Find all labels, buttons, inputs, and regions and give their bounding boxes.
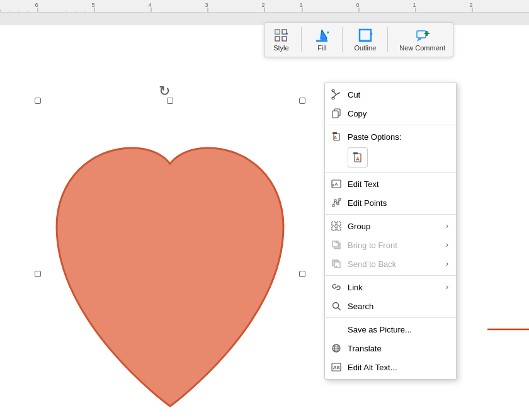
separator-2	[325, 172, 456, 173]
paste-options-label: Paste Options:	[348, 132, 448, 142]
handle-mid-right[interactable]	[299, 271, 305, 277]
bring-to-front-arrow: ›	[446, 241, 448, 249]
paste-icon-button[interactable]: A	[348, 147, 368, 167]
svg-text:A: A	[334, 181, 338, 187]
style-label: Style	[273, 44, 288, 52]
send-to-back-arrow: ›	[446, 259, 448, 268]
svg-rect-45	[333, 132, 337, 134]
toolbar-divider-2	[342, 27, 343, 52]
edit-points-label: Edit Points	[348, 198, 448, 208]
svg-text:2: 2	[261, 2, 264, 8]
menu-item-paste-options-header: A Paste Options:	[325, 127, 456, 146]
copy-icon	[330, 107, 343, 120]
save-as-picture-icon	[330, 323, 343, 336]
svg-text:3: 3	[205, 2, 208, 8]
link-label: Link	[348, 283, 441, 292]
svg-text:▾: ▾	[286, 31, 288, 36]
menu-item-save-as-picture[interactable]: Save as Picture...	[325, 320, 456, 339]
menu-item-link[interactable]: Link ›	[325, 278, 456, 297]
svg-text:▾: ▾	[370, 31, 373, 36]
heart-shape-container[interactable]: ↻	[38, 101, 302, 420]
search-label: Search	[348, 302, 448, 311]
copy-label: Copy	[348, 109, 448, 118]
edit-text-label: Edit Text	[348, 179, 448, 189]
svg-rect-53	[333, 205, 334, 207]
edit-text-icon: A	[330, 178, 343, 190]
svg-rect-37	[417, 31, 426, 38]
svg-text:▾: ▾	[327, 30, 329, 35]
svg-text:2: 2	[469, 2, 472, 8]
toolbar-style-button[interactable]: ▾ Style	[270, 26, 292, 53]
fill-label: Fill	[317, 44, 326, 52]
edit-points-icon	[330, 196, 343, 209]
group-icon	[330, 220, 343, 232]
menu-item-group[interactable]: Group ›	[325, 217, 456, 236]
translate-label: Translate	[348, 344, 448, 353]
svg-text:5: 5	[91, 2, 94, 8]
ruler: 6 5 4 3 2 1 0 1 2	[0, 0, 529, 13]
menu-item-cut[interactable]: Cut	[325, 85, 456, 104]
separator-4	[325, 275, 456, 276]
paste-options-section: A	[325, 146, 456, 170]
svg-text:6: 6	[35, 2, 38, 8]
toolbar-divider-1	[301, 27, 302, 52]
separator-1	[325, 125, 456, 125]
svg-text:4: 4	[148, 2, 151, 8]
menu-item-edit-alt-text[interactable]: Alt Edit Alt Text...	[325, 358, 456, 377]
svg-rect-59	[332, 227, 336, 230]
style-icon: ▾	[273, 28, 288, 43]
bring-to-front-icon	[330, 239, 343, 251]
rotate-handle[interactable]: ↻	[159, 83, 171, 96]
heart-svg	[38, 101, 302, 420]
svg-rect-57	[332, 222, 336, 225]
link-arrow: ›	[446, 283, 448, 292]
svg-rect-34	[360, 30, 371, 41]
translate-icon	[330, 342, 343, 355]
menu-item-edit-points[interactable]: Edit Points	[325, 193, 456, 212]
toolbar-fill-button[interactable]: ▾ Fill	[310, 26, 333, 53]
svg-text:1: 1	[299, 2, 302, 8]
separator-5	[325, 317, 456, 318]
context-menu: Cut Copy A Paste Options: A	[324, 82, 457, 380]
send-to-back-icon	[330, 258, 343, 270]
outline-icon: ▾	[358, 28, 373, 43]
menu-item-search[interactable]: Search	[325, 297, 456, 315]
menu-item-bring-to-front[interactable]: Bring to Front ›	[325, 236, 456, 254]
svg-rect-64	[334, 262, 340, 268]
toolbar-new-comment-button[interactable]: New Comment	[397, 26, 448, 53]
group-arrow: ›	[446, 222, 448, 230]
svg-text:1: 1	[412, 2, 416, 8]
arrow-indicator	[487, 323, 529, 336]
new-comment-label: New Comment	[399, 44, 445, 52]
cut-icon	[330, 88, 343, 101]
svg-rect-27	[275, 30, 280, 34]
outline-label: Outline	[354, 44, 376, 52]
svg-rect-29	[275, 37, 280, 41]
handle-top-right[interactable]	[299, 98, 305, 104]
handle-top-left[interactable]	[35, 98, 41, 104]
search-icon	[330, 300, 343, 312]
svg-rect-43	[333, 111, 338, 118]
svg-rect-56	[339, 198, 341, 200]
svg-text:A: A	[334, 135, 337, 140]
link-icon	[330, 281, 343, 293]
handle-mid-left[interactable]	[35, 271, 41, 277]
svg-rect-55	[337, 203, 339, 205]
handle-top-mid[interactable]	[167, 98, 173, 104]
toolbar-divider-3	[387, 27, 388, 52]
menu-item-edit-text[interactable]: A Edit Text	[325, 174, 456, 193]
svg-text:Alt: Alt	[333, 365, 340, 370]
group-label: Group	[348, 222, 441, 231]
edit-alt-text-icon: Alt	[330, 361, 343, 373]
svg-rect-54	[334, 200, 336, 201]
menu-item-translate[interactable]: Translate	[325, 339, 456, 358]
svg-text:0: 0	[356, 2, 359, 8]
separator-3	[325, 214, 456, 215]
toolbar-outline-button[interactable]: ▾ Outline	[351, 26, 378, 53]
menu-item-copy[interactable]: Copy	[325, 104, 456, 123]
svg-line-67	[338, 308, 341, 310]
fill-icon: ▾	[314, 28, 329, 43]
svg-rect-30	[282, 37, 287, 41]
floating-toolbar: ▾ Style ▾ Fill ▾ Outline	[264, 22, 453, 57]
menu-item-send-to-back[interactable]: Send to Back ›	[325, 254, 456, 273]
